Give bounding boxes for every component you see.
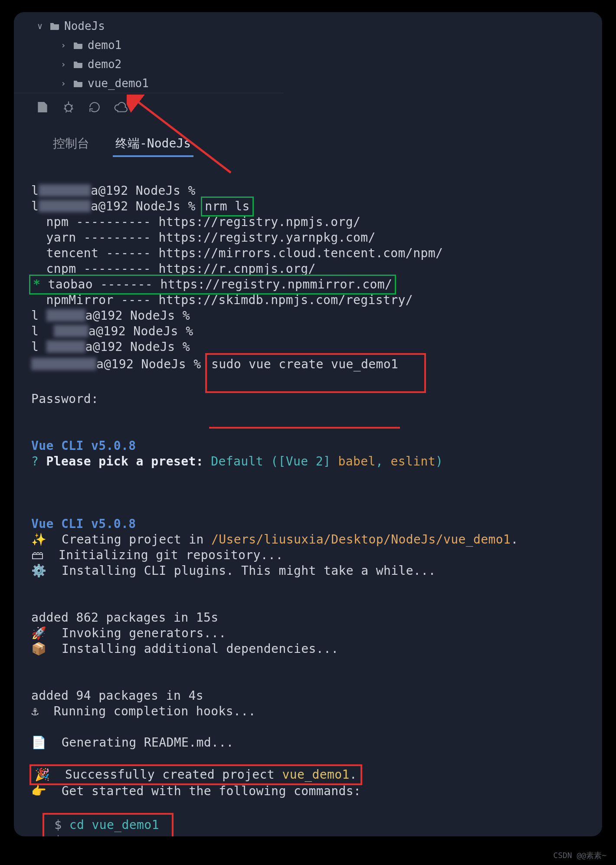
blurred-user xyxy=(54,325,88,337)
terminal-line: 🚀 Invoking generators... xyxy=(31,626,226,640)
folder-icon xyxy=(73,60,83,69)
panel-tabs: 控制台 终端-NodeJs xyxy=(14,121,602,156)
preset-label: Please pick a preset: xyxy=(46,454,203,469)
terminal-line: 📄 Generating README.md... xyxy=(31,735,234,750)
success-prefix: 🎉 Successfully created project xyxy=(35,767,282,782)
file-icon[interactable] xyxy=(36,100,49,114)
preset-vue2: ([Vue 2] xyxy=(271,454,338,469)
preset-babel: babel xyxy=(338,454,376,469)
terminal-line: l a@192 NodeJs % xyxy=(31,340,197,354)
preset-close: ) xyxy=(436,454,443,469)
terminal-line: la@192 NodeJs % nrm ls xyxy=(31,199,252,213)
terminal-line: l a@192 NodeJs % xyxy=(31,324,201,338)
blurred-user xyxy=(39,184,91,197)
file-explorer: ∨ NodeJs › demo1 › demo2 › vue_demo1 xyxy=(14,12,284,93)
highlight-sudo-cmd: sudo vue create vue_demo1 xyxy=(207,355,424,391)
terminal-line: la@192 NodeJs % xyxy=(31,183,203,198)
tree-item-label: demo1 xyxy=(88,39,121,52)
tab-terminal[interactable]: 终端-NodeJs xyxy=(115,135,191,156)
registry-taobao: taobao ------- https://registry.npmmirro… xyxy=(48,277,393,292)
tree-root-nodejs[interactable]: ∨ NodeJs xyxy=(14,16,284,36)
terminal-line: ⚓ Running completion hooks... xyxy=(31,704,256,718)
preset-default: Default xyxy=(211,454,271,469)
prompt: a@192 NodeJs % xyxy=(91,183,203,198)
blurred-user xyxy=(31,358,96,370)
tree-root-label: NodeJs xyxy=(64,20,105,33)
chevron-right-icon: › xyxy=(61,78,69,88)
terminal-line: ✨ Creating project in /Users/liusuxia/De… xyxy=(31,532,518,547)
tree-item-vue-demo1[interactable]: › vue_demo1 xyxy=(14,74,284,93)
registry-tencent: tencent ------ https://mirrors.cloud.ten… xyxy=(46,246,443,260)
watermark: CSDN @@素素~ xyxy=(553,850,606,861)
prompt: a@192 NodeJs % xyxy=(88,324,201,338)
preset-eslint: eslint xyxy=(390,454,436,469)
tree-item-demo2[interactable]: › demo2 xyxy=(14,55,284,74)
prompt: a@192 NodeJs % xyxy=(96,357,209,371)
bug-icon[interactable] xyxy=(62,100,75,114)
terminal-line: added 94 packages in 4s xyxy=(31,688,203,703)
highlight-taobao-row: * taobao ------- https://registry.npmmir… xyxy=(31,277,394,292)
prompt: a@192 NodeJs % xyxy=(85,340,198,354)
terminal-line: l a@192 NodeJs % xyxy=(31,308,197,323)
prompt: a@192 NodeJs % xyxy=(91,199,203,213)
cmd-sudo: sudo vue create vue_demo1 xyxy=(211,357,398,371)
star-icon: * xyxy=(33,277,48,292)
terminal-line: 🎉 Successfully created project vue_demo1… xyxy=(31,767,360,782)
terminal-line: 📦 Installing additional dependencies... xyxy=(31,642,338,656)
registry-npmmirror: npmMirror ---- https://skimdb.npmjs.com/… xyxy=(46,293,413,307)
blurred-user xyxy=(46,309,85,321)
terminal-line: a@192 NodeJs % sudo vue create vue_demo1 xyxy=(31,357,424,371)
prompt: a@192 NodeJs % xyxy=(85,308,198,323)
terminal-line: ⚙️ Installing CLI plugins. This might ta… xyxy=(31,564,436,578)
chevron-right-icon: › xyxy=(61,59,69,69)
chevron-right-icon: › xyxy=(61,40,69,50)
terminal-output[interactable]: la@192 NodeJs % la@192 NodeJs % nrm ls n… xyxy=(14,156,602,836)
registry-cnpm: cnpm --------- https://r.cnpmjs.org/ xyxy=(46,262,316,276)
preset-q: ? xyxy=(31,454,39,469)
tree-item-demo1[interactable]: › demo1 xyxy=(14,36,284,55)
folder-icon xyxy=(73,41,83,49)
cli-version: Vue CLI v5.0.8 xyxy=(31,439,136,453)
folder-open-icon xyxy=(49,22,60,30)
cloud-icon[interactable] xyxy=(114,100,128,114)
blurred-user xyxy=(39,200,91,212)
cmd-cd: cd vue_demo1 xyxy=(69,818,159,832)
registry-yarn: yarn --------- https://registry.yarnpkg.… xyxy=(46,230,376,245)
terminal-line: ? Please pick a preset: Default ([Vue 2]… xyxy=(31,454,443,469)
tree-item-label: demo2 xyxy=(88,58,121,71)
terminal-line: added 862 packages in 15s xyxy=(31,610,218,625)
tab-console-label: 控制台 xyxy=(53,136,89,151)
creating-path: /Users/liusuxia/Desktop/NodeJs/vue_demo1 xyxy=(211,532,511,547)
success-project: vue_demo1 xyxy=(282,767,349,782)
chevron-down-icon: ∨ xyxy=(37,21,45,31)
refresh-icon[interactable] xyxy=(88,100,102,114)
terminal-line: npmMirror ---- https://skimdb.npmjs.com/… xyxy=(31,293,413,307)
registry-npm: npm ---------- https://registry.npmjs.or… xyxy=(46,215,361,229)
tree-item-label: vue_demo1 xyxy=(88,77,149,90)
annotation-underline xyxy=(209,427,400,429)
explorer-toolbar xyxy=(14,93,284,121)
blurred-user xyxy=(46,341,85,353)
svg-point-0 xyxy=(65,104,72,111)
ide-window: ∨ NodeJs › demo1 › demo2 › vue_demo1 控制台… xyxy=(14,12,602,836)
terminal-line: cnpm --------- https://r.cnpmjs.org/ xyxy=(31,262,316,276)
terminal-line: tencent ------ https://mirrors.cloud.ten… xyxy=(31,246,443,260)
tab-terminal-label: 终端-NodeJs xyxy=(115,136,191,151)
terminal-line: npm ---------- https://registry.npmjs.or… xyxy=(31,215,360,229)
cmd-serve: npm run serve xyxy=(69,833,167,836)
tab-console[interactable]: 控制台 xyxy=(53,135,89,156)
dollar-icon: $ xyxy=(54,818,62,832)
terminal-line: 🗃 Initializing git repository... xyxy=(31,548,283,562)
cli-version-2: Vue CLI v5.0.8 xyxy=(31,517,136,531)
highlight-nrm-ls: nrm ls xyxy=(203,199,252,214)
terminal-line: 👉 Get started with the following command… xyxy=(31,784,361,798)
terminal-line: yarn --------- https://registry.yarnpkg.… xyxy=(31,230,376,245)
highlight-success: 🎉 Successfully created project vue_demo1… xyxy=(31,766,360,783)
terminal-line: Password: xyxy=(31,392,98,406)
creating-prefix: ✨ Creating project in xyxy=(31,532,211,547)
folder-icon xyxy=(73,79,83,88)
highlight-commands: $ cd vue_demo1 $ npm run serve xyxy=(44,815,172,836)
dollar-icon: $ xyxy=(54,833,62,836)
